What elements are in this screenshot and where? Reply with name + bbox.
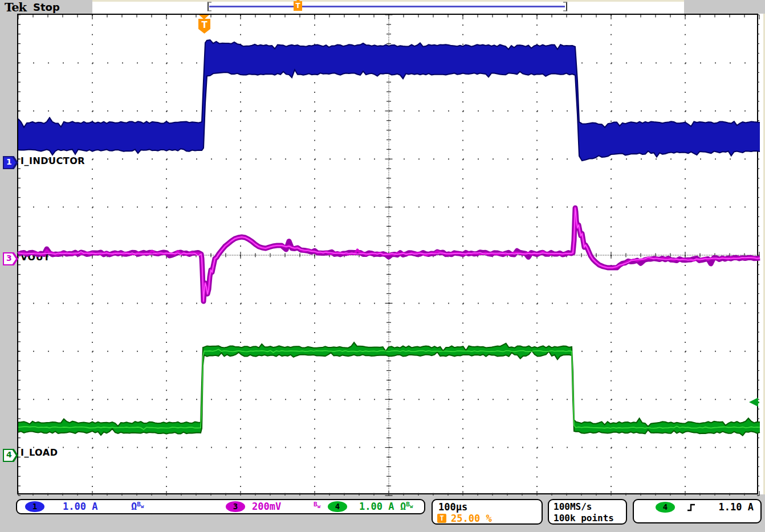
- trigger-level-readout: 1.10 A: [719, 501, 754, 513]
- oscilloscope-screen: Tek Stop T I_INDUCTOR VOUT I_LOAD T 1 3 …: [0, 0, 765, 532]
- ch4-badge[interactable]: 4: [328, 501, 347, 512]
- waveform-canvas: [17, 14, 760, 497]
- ch4-impedance-icon: Ω: [400, 501, 406, 512]
- ch1-bandwidth-icon: B: [137, 501, 141, 508]
- ch4-bandwidth-sub: w: [410, 504, 413, 509]
- ch3-scale-readout: 200mV: [252, 501, 281, 512]
- trigger-readout: 4 1.10 A: [633, 499, 762, 523]
- record-view-left-bracket: [207, 2, 211, 11]
- tek-logo: Tek: [5, 0, 26, 14]
- ch1-position-marker[interactable]: 1: [3, 156, 18, 169]
- ch4-coupling-bandwidth: ΩBw: [400, 501, 413, 512]
- trigger-position-percent: 25.00 %: [451, 513, 492, 524]
- ch4-bandwidth-icon: B: [406, 501, 410, 508]
- rising-edge-icon: [686, 502, 697, 513]
- ch1-badge[interactable]: 1: [25, 501, 44, 512]
- ch4-scale-readout: 1.00 A: [359, 501, 394, 512]
- ch3-bandwidth: Bw: [314, 501, 320, 512]
- ch1-impedance-icon: Ω: [131, 501, 137, 512]
- trigger-source-badge[interactable]: 4: [656, 502, 675, 513]
- trigger-position-arrow-icon[interactable]: [199, 15, 209, 19]
- trigger-level-tail: [757, 402, 759, 403]
- ch1-marker-number: 1: [6, 157, 12, 166]
- record-view-right-bracket: [563, 2, 567, 11]
- acquisition-status: Stop: [33, 1, 60, 13]
- trigger-t-icon: T: [437, 514, 446, 523]
- ch4-position-marker[interactable]: 4: [3, 449, 18, 462]
- logo-area: Tek Stop: [0, 0, 92, 14]
- ch1-scale-readout: 1.00 A: [63, 501, 97, 512]
- ch3-marker-number: 3: [6, 253, 12, 263]
- ch1-coupling-bandwidth: ΩBw: [131, 501, 144, 512]
- record-view-trigger-icon[interactable]: T: [294, 1, 302, 11]
- channel-readouts: 1 1.00 A ΩBw 3 200mV Bw 4 1.00 A ΩBw: [16, 499, 425, 514]
- ch1-bandwidth-sub: w: [141, 504, 144, 509]
- acquisition-readout: 100MS/s 100k points: [548, 499, 627, 525]
- ch3-bandwidth-sub: w: [318, 504, 320, 509]
- sample-rate: 100MS/s: [554, 501, 592, 512]
- ch3-bandwidth-icon: B: [314, 501, 318, 508]
- record-length: 100k points: [554, 513, 614, 523]
- waveform-display[interactable]: I_INDUCTOR VOUT I_LOAD T 1 3 4: [17, 14, 758, 494]
- timebase-scale: 100µs: [438, 501, 467, 513]
- timebase-readout: 100µs T 25.00 %: [432, 499, 543, 525]
- ch4-marker-number: 4: [6, 450, 12, 459]
- ch3-badge[interactable]: 3: [226, 501, 245, 512]
- top-right-panel: [684, 0, 765, 14]
- record-view-line: [209, 6, 565, 7]
- ch3-position-marker[interactable]: 3: [3, 252, 18, 265]
